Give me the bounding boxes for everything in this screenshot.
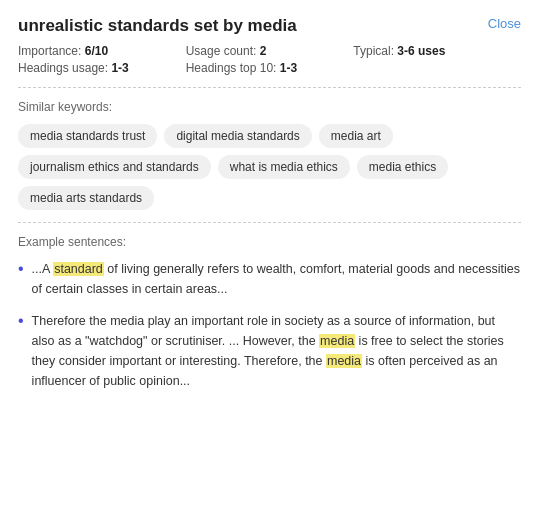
- usage-count-item: Usage count: 2: [186, 44, 354, 58]
- sentence-list: •...A standard of living generally refer…: [18, 259, 521, 391]
- meta-grid: Importance: 6/10 Usage count: 2 Typical:…: [18, 44, 521, 75]
- highlighted-word: media: [326, 354, 362, 368]
- close-button[interactable]: Close: [488, 16, 521, 31]
- importance-value: 6/10: [85, 44, 108, 58]
- divider-1: [18, 87, 521, 88]
- headings-usage-label: Headings usage:: [18, 61, 108, 75]
- keyword-tag[interactable]: media arts standards: [18, 186, 154, 210]
- usage-count-value: 2: [260, 44, 267, 58]
- similar-keywords-label: Similar keywords:: [18, 100, 521, 114]
- sentence-text: ...A standard of living generally refers…: [32, 259, 521, 299]
- typical-label: Typical:: [353, 44, 394, 58]
- keyword-tag[interactable]: digital media standards: [164, 124, 311, 148]
- keyword-title: unrealistic standards set by media: [18, 16, 297, 36]
- headings-top10-value: 1-3: [280, 61, 297, 75]
- usage-count-label: Usage count:: [186, 44, 257, 58]
- highlighted-word: media: [319, 334, 355, 348]
- sentence-item: •...A standard of living generally refer…: [18, 259, 521, 299]
- headings-top10-label: Headings top 10:: [186, 61, 277, 75]
- divider-2: [18, 222, 521, 223]
- tags-container: media standards trustdigital media stand…: [18, 124, 521, 210]
- highlighted-word: standard: [53, 262, 104, 276]
- keyword-detail-card: unrealistic standards set by media Close…: [0, 0, 539, 419]
- examples-label: Example sentences:: [18, 235, 521, 249]
- typical-item: Typical: 3-6 uses: [353, 44, 521, 58]
- keyword-tag[interactable]: media ethics: [357, 155, 448, 179]
- headings-top10-item: Headings top 10: 1-3: [186, 61, 354, 75]
- keyword-tag[interactable]: journalism ethics and standards: [18, 155, 211, 179]
- sentence-item: •Therefore the media play an important r…: [18, 311, 521, 391]
- bullet-icon: •: [18, 312, 24, 330]
- headings-usage-item: Headings usage: 1-3: [18, 61, 186, 75]
- importance-label: Importance:: [18, 44, 81, 58]
- examples-section: Example sentences: •...A standard of liv…: [18, 235, 521, 391]
- headings-usage-value: 1-3: [111, 61, 128, 75]
- card-header: unrealistic standards set by media Close: [18, 16, 521, 36]
- bullet-icon: •: [18, 260, 24, 278]
- keyword-tag[interactable]: media standards trust: [18, 124, 157, 148]
- typical-value: 3-6 uses: [397, 44, 445, 58]
- keyword-tag[interactable]: what is media ethics: [218, 155, 350, 179]
- importance-item: Importance: 6/10: [18, 44, 186, 58]
- sentence-text: Therefore the media play an important ro…: [32, 311, 521, 391]
- keyword-tag[interactable]: media art: [319, 124, 393, 148]
